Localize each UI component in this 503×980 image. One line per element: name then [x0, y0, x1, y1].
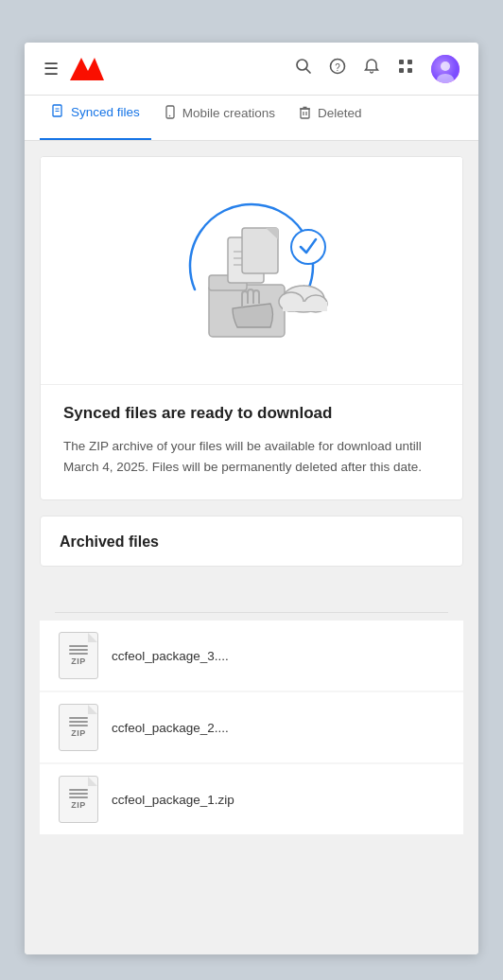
svg-rect-6	[399, 60, 404, 64]
archived-card: Archived files	[40, 516, 463, 567]
bell-icon[interactable]	[363, 58, 380, 79]
tab-deleted[interactable]: Deleted	[286, 96, 373, 140]
svg-rect-8	[399, 68, 404, 73]
svg-point-33	[291, 230, 325, 264]
header-left: ☰	[43, 58, 104, 80]
tabs-bar: Synced files Mobile creations	[25, 96, 478, 141]
file-item[interactable]: ZIP ccfeol_package_3....	[40, 621, 463, 691]
sync-illustration	[41, 157, 462, 384]
avatar[interactable]	[431, 55, 460, 83]
file-list-divider	[55, 612, 448, 613]
sync-info: Synced files are ready to download The Z…	[41, 384, 462, 499]
zip-file-icon-1: ZIP	[59, 632, 98, 679]
main-content: Synced files are ready to download The Z…	[25, 141, 478, 954]
svg-rect-9	[408, 68, 412, 73]
svg-text:?: ?	[335, 62, 340, 73]
spacer	[40, 582, 463, 612]
file-name-3: ccfeol_package_1.zip	[112, 793, 234, 807]
adobe-logo	[70, 58, 104, 80]
zip-file-icon-3: ZIP	[59, 776, 98, 823]
zip-file-icon-2: ZIP	[59, 704, 98, 751]
deleted-tab-icon	[298, 105, 312, 122]
search-icon[interactable]	[295, 58, 312, 79]
tab-deleted-label: Deleted	[318, 106, 362, 120]
file-list: ZIP ccfeol_package_3.... ZIP ccfeol_pack…	[40, 621, 463, 834]
grid-icon[interactable]	[397, 58, 414, 79]
app-window: ☰ ?	[25, 43, 478, 954]
file-item[interactable]: ZIP ccfeol_package_2....	[40, 692, 463, 762]
tab-synced-label: Synced files	[71, 105, 140, 119]
file-name-1: ccfeol_package_3....	[112, 649, 229, 663]
archived-title: Archived files	[60, 534, 443, 551]
sync-card: Synced files are ready to download The Z…	[40, 156, 463, 500]
sync-title: Synced files are ready to download	[63, 404, 440, 423]
svg-rect-30	[242, 228, 278, 273]
tab-mobile-creations[interactable]: Mobile creations	[151, 96, 286, 140]
svg-rect-7	[408, 60, 412, 64]
hamburger-icon[interactable]: ☰	[43, 59, 59, 79]
header: ☰ ?	[25, 43, 478, 96]
header-right: ?	[295, 55, 460, 83]
file-item[interactable]: ZIP ccfeol_package_1.zip	[40, 764, 463, 834]
tab-mobile-label: Mobile creations	[182, 106, 275, 120]
mobile-creations-tab-icon	[163, 105, 177, 122]
svg-line-3	[306, 69, 311, 74]
svg-rect-37	[283, 302, 327, 311]
tab-synced-files[interactable]: Synced files	[40, 96, 151, 140]
help-icon[interactable]: ?	[329, 58, 346, 79]
svg-rect-18	[301, 109, 309, 118]
synced-files-tab-icon	[51, 104, 65, 121]
sync-description: The ZIP archive of your files will be av…	[63, 436, 440, 477]
svg-point-11	[441, 61, 450, 71]
file-name-2: ccfeol_package_2....	[112, 721, 229, 735]
